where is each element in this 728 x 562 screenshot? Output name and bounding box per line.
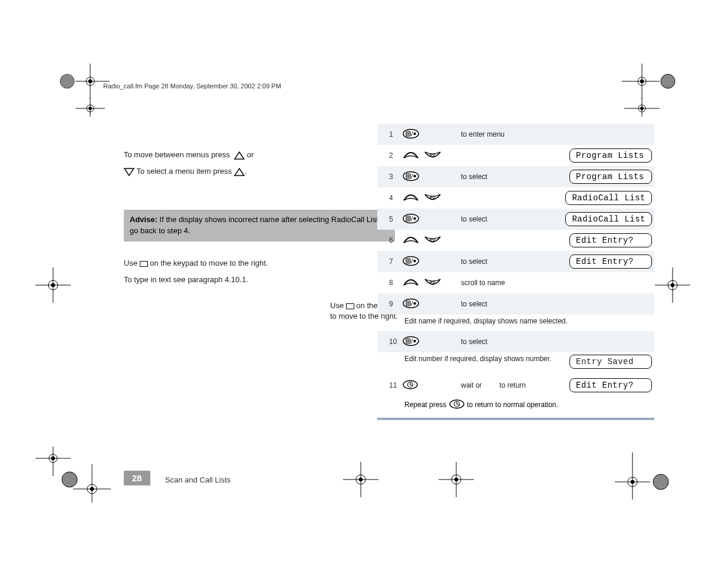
step-number: 9 [389, 300, 402, 308]
section-divider [377, 418, 654, 420]
menu-button-icon: / [402, 336, 420, 348]
step-number: 4 [389, 194, 402, 202]
svg-text:/: / [411, 300, 413, 307]
text: To type in text see paragraph 4.10.1. [124, 275, 248, 284]
svg-point-9 [89, 107, 92, 110]
menu-button-icon: / [402, 171, 420, 183]
step-row: 5 / to select RadioCall List [377, 209, 654, 230]
svg-text:/: / [411, 338, 413, 345]
text: Edit number if required, display shows n… [404, 355, 551, 363]
triangle-down-icon [124, 168, 134, 176]
p2-button-icon: P2 [423, 235, 442, 246]
step-row: 4 P2 RadioCall List [377, 187, 654, 209]
step-number: 5 [389, 215, 402, 223]
svg-text:P2: P2 [430, 153, 436, 158]
triangle-up-icon [234, 168, 245, 176]
step-row: 9 / to select [377, 293, 654, 315]
svg-text:/: / [411, 258, 413, 265]
arc-up-icon [402, 235, 420, 246]
menu-button-icon: / [402, 256, 420, 268]
clock-icon [449, 399, 465, 411]
text: To move between menus press [124, 150, 230, 159]
step-number: 10 [389, 338, 402, 346]
svg-point-74 [413, 217, 416, 219]
svg-point-97 [413, 339, 416, 342]
svg-point-19 [641, 107, 644, 110]
square-key-icon [346, 303, 354, 309]
p2-button-icon: P2 [423, 150, 442, 161]
arc-up-icon [402, 150, 420, 161]
lcd-display: Entry Saved [569, 355, 652, 369]
p2-button-icon: P2 [423, 277, 442, 289]
text: To select a menu item press [136, 167, 233, 176]
svg-point-66 [413, 174, 416, 177]
lcd-display: Edit Entry? [569, 254, 652, 269]
page-label: Scan and Call Lists [165, 475, 230, 484]
step-number: 11 [389, 381, 402, 389]
step-desc: scroll to name [461, 279, 505, 287]
svg-point-5 [88, 80, 92, 83]
left-column: To move between menus press or To select… [124, 131, 395, 291]
svg-point-23 [51, 283, 55, 287]
arc-up-icon [402, 277, 420, 289]
step-desc: to select [461, 257, 487, 266]
svg-text:/: / [411, 131, 413, 137]
step-subtext: Edit name if required, display shows nam… [377, 315, 654, 331]
lcd-display: RadioCall List [565, 212, 652, 226]
page-content: To move between menus press or To select… [59, 118, 669, 491]
crop-mark-icon [58, 64, 111, 117]
step-row: 2 P2 Program Lists [377, 145, 654, 166]
lcd-display: Program Lists [569, 148, 652, 163]
arc-up-icon [402, 193, 420, 204]
step-number: 8 [389, 279, 402, 287]
step-desc: to select [461, 173, 487, 181]
step-row: 1 / to enter menu [377, 124, 654, 145]
svg-text:/: / [411, 216, 413, 222]
svg-point-31 [51, 457, 55, 460]
menu-button-icon: / [402, 213, 420, 226]
svg-point-13 [640, 80, 644, 83]
lcd-display: Edit Entry? [569, 378, 652, 392]
step-number: 7 [389, 257, 402, 266]
svg-point-82 [413, 259, 416, 262]
text: Edit name if required, display shows nam… [404, 317, 568, 325]
text: to return to normal operation. [467, 401, 558, 409]
menu-button-icon: / [402, 128, 420, 141]
step-desc: to select [461, 215, 487, 223]
step-row: 7 / to select Edit Entry? [377, 251, 654, 272]
lcd-display: RadioCall List [565, 191, 652, 205]
advise-box: Advise: If the display shows incorrect n… [124, 210, 395, 242]
svg-text:P2: P2 [430, 280, 436, 285]
step-row: 8 P2 scroll to name [377, 272, 654, 293]
text: on the keypad to move to the right. [150, 259, 268, 267]
square-key-icon [140, 261, 148, 267]
text: Repeat press [404, 401, 449, 409]
step-row: 11 wait or to return Edit Entry? [377, 375, 654, 396]
step-number: 1 [389, 130, 402, 138]
svg-point-27 [671, 283, 674, 287]
svg-point-58 [413, 132, 416, 134]
svg-point-90 [413, 302, 416, 304]
svg-text:/: / [411, 173, 413, 180]
text: Use [330, 301, 346, 310]
advise-body: If the display shows incorrect name afte… [130, 215, 381, 235]
step-row: 10 / to select [377, 331, 654, 352]
step-desc: wait or to return [461, 381, 526, 389]
step-subtext: Entry Saved Edit number if required, dis… [377, 352, 654, 375]
step-number: 3 [389, 173, 402, 181]
steps-column: 1 / to enter menu 2 P2 Program Lists 3 / [377, 124, 654, 420]
svg-text:P2: P2 [430, 237, 436, 243]
triangle-up-icon [234, 151, 245, 160]
step-row: 3 / to select Program Lists [377, 166, 654, 187]
svg-text:P2: P2 [430, 195, 436, 200]
text: Use [124, 259, 140, 267]
doc-header: Radio_call.fm Page 28 Monday, September … [103, 82, 281, 90]
advise-title: Advise: [130, 215, 157, 224]
steps-list: 1 / to enter menu 2 P2 Program Lists 3 / [377, 124, 654, 420]
lcd-display: Edit Entry? [569, 233, 652, 247]
step-row: 6 P2 Edit Entry? [377, 230, 654, 251]
step-desc: to select [461, 338, 487, 346]
clock-icon [402, 380, 419, 391]
footnote: Repeat press to return to normal operati… [377, 396, 654, 412]
menu-button-icon: / [402, 298, 420, 310]
